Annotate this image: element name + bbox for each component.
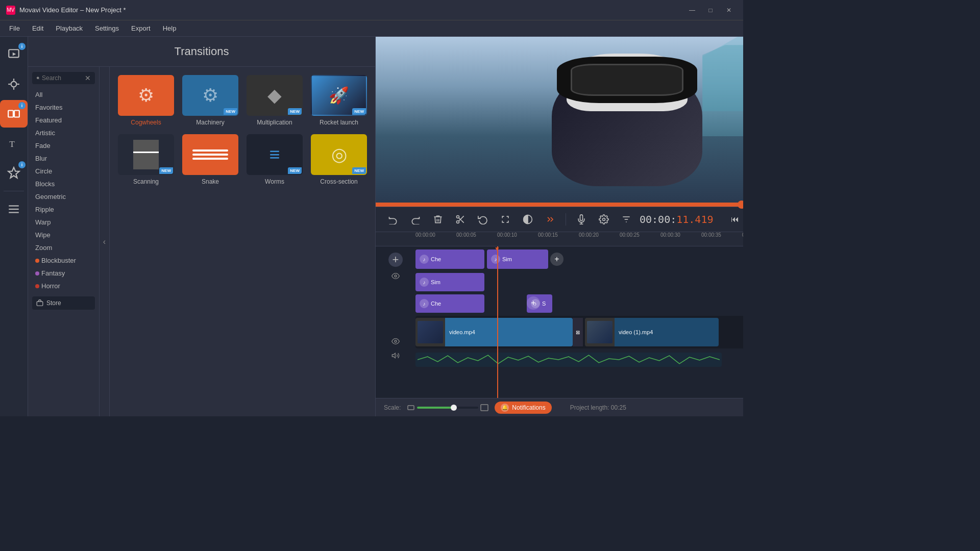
cat-all[interactable]: All (28, 88, 99, 101)
timecode-base: 00:00: (640, 213, 676, 226)
ruler-15: 00:00:15 (538, 232, 558, 238)
scale-thumb[interactable] (451, 405, 457, 411)
project-length-text: Project length: (570, 404, 609, 411)
cat-warp[interactable]: Warp (28, 216, 99, 229)
cat-horror[interactable]: Horror (28, 280, 99, 292)
menu-help[interactable]: Help (158, 22, 182, 34)
tool-transitions[interactable]: i (0, 100, 28, 128)
search-input[interactable] (42, 74, 83, 82)
clear-search-icon[interactable]: ✕ (85, 74, 91, 82)
tracks-container: + (376, 246, 743, 398)
record-button[interactable] (572, 210, 591, 229)
clip-icon: ♪ (420, 299, 429, 308)
clip-che-1[interactable]: ♪ Che (415, 249, 484, 269)
rotate-button[interactable] (474, 210, 492, 229)
audio-wave-content (415, 350, 743, 369)
ruler-35: 00:00:35 (701, 232, 721, 238)
store-label: Store (46, 299, 61, 307)
cat-zoom[interactable]: Zoom (28, 241, 99, 254)
skip-back-button[interactable]: ⏮ (726, 210, 744, 229)
add-clip-icon-2[interactable]: + (527, 296, 540, 310)
cat-artistic[interactable]: Artistic (28, 127, 99, 139)
delete-button[interactable] (429, 210, 447, 229)
menu-settings[interactable]: Settings (90, 22, 124, 34)
color-button[interactable] (519, 210, 537, 229)
redo-button[interactable] (406, 210, 425, 229)
categories-sidebar: ✕ All Favorites Featured Artistic Fade B… (28, 67, 100, 416)
transition-snake[interactable]: Snake (182, 134, 238, 185)
collapse-panel-button[interactable]: ‹ (100, 67, 110, 416)
menu-file[interactable]: File (4, 22, 25, 34)
transition-rocket[interactable]: NEW Rocket launch (311, 75, 367, 126)
cat-wipe[interactable]: Wipe (28, 229, 99, 241)
cat-blockbuster[interactable]: Blockbuster (28, 254, 99, 267)
clip-che-2[interactable]: ♪ Che (415, 294, 484, 313)
notifications-button[interactable]: 🔔 Notifications (495, 402, 551, 414)
progress-bar-area[interactable] (376, 203, 743, 207)
undo-button[interactable] (384, 210, 402, 229)
ruler-25: 00:00:25 (620, 232, 640, 238)
scale-max-icon (480, 404, 488, 412)
playback-controls: ⏮ ▶ ⏭ (726, 210, 744, 229)
cut-button[interactable] (451, 210, 470, 229)
cat-favorites[interactable]: Favorites (28, 101, 99, 114)
crop-button[interactable] (496, 210, 514, 229)
close-button[interactable]: ✕ (721, 3, 737, 17)
transition-cross[interactable]: NEW Cross-section (311, 134, 367, 185)
minimize-button[interactable]: — (684, 3, 700, 17)
store-button[interactable]: Store (32, 296, 95, 310)
scale-track[interactable] (417, 407, 478, 409)
clip-sim-2[interactable]: ♪ Sim (415, 273, 484, 291)
transition-cogwheels[interactable]: Cogwheels (118, 75, 174, 126)
add-clip-icon[interactable]: + (550, 253, 564, 266)
menu-playback[interactable]: Playback (51, 22, 88, 34)
trans-label-cross: Cross-section (320, 178, 357, 185)
tool-stickers[interactable]: i (0, 159, 28, 187)
add-track-button[interactable]: + (388, 253, 403, 267)
scale-slider[interactable] (407, 404, 488, 412)
trans-thumb-scanning: NEW (118, 134, 174, 175)
toolbar-sep-1 (566, 213, 566, 226)
cat-fade[interactable]: Fade (28, 139, 99, 152)
cat-geometric[interactable]: Geometric (28, 190, 99, 203)
search-bar[interactable]: ✕ (32, 72, 95, 84)
playhead[interactable] (497, 246, 498, 398)
track-volume-icon[interactable] (390, 350, 401, 361)
ruler-30: 00:00:30 (660, 232, 680, 238)
transition-scanning[interactable]: NEW Scanning (118, 134, 174, 185)
cat-ripple[interactable]: Ripple (28, 203, 99, 216)
audio-track-2-content: ♪ Sim (415, 271, 743, 292)
new-badge: NEW (352, 108, 366, 115)
clip-icon: ♪ (420, 255, 429, 264)
tool-menu[interactable] (0, 195, 28, 223)
menu-edit[interactable]: Edit (27, 22, 48, 34)
transition-worms[interactable]: NEW Worms (247, 134, 303, 185)
cat-blocks[interactable]: Blocks (28, 178, 99, 190)
video-label-2: video (1).mp4 (615, 318, 719, 346)
clip-label: Sim (431, 279, 440, 285)
video-clip-1[interactable]: video.mp4 (415, 318, 573, 346)
cat-circle[interactable]: Circle (28, 165, 99, 178)
right-panel: ? (376, 37, 743, 416)
track-eye-icon[interactable] (390, 271, 401, 281)
menu-export[interactable]: Export (126, 22, 156, 34)
video-clip-2[interactable]: video (1).mp4 (585, 318, 719, 346)
cat-fantasy[interactable]: Fantasy (28, 267, 99, 280)
timeline-area: 00:00:00 00:00:05 00:00:10 00:00:15 00:0… (376, 232, 743, 398)
transition-tool-button[interactable] (541, 210, 559, 229)
trans-label-scanning: Scanning (133, 178, 159, 185)
tool-text[interactable]: T (0, 130, 28, 157)
transition-multiplication[interactable]: NEW Multiplication (247, 75, 303, 126)
maximize-button[interactable]: □ (702, 3, 719, 17)
tool-effects[interactable] (0, 70, 28, 98)
tool-media[interactable]: i (0, 41, 28, 68)
track-eye-icon-2[interactable] (390, 336, 401, 346)
filter-button[interactable] (617, 210, 635, 229)
cat-blur[interactable]: Blur (28, 152, 99, 165)
transitions-panel: Transitions ✕ All Favorites Featured Art… (28, 37, 376, 416)
cat-featured[interactable]: Featured (28, 114, 99, 127)
settings-button[interactable] (595, 210, 613, 229)
clip-label: Che (431, 300, 441, 307)
transition-machinery[interactable]: NEW Machinery (182, 75, 238, 126)
scale-fill (417, 407, 454, 409)
